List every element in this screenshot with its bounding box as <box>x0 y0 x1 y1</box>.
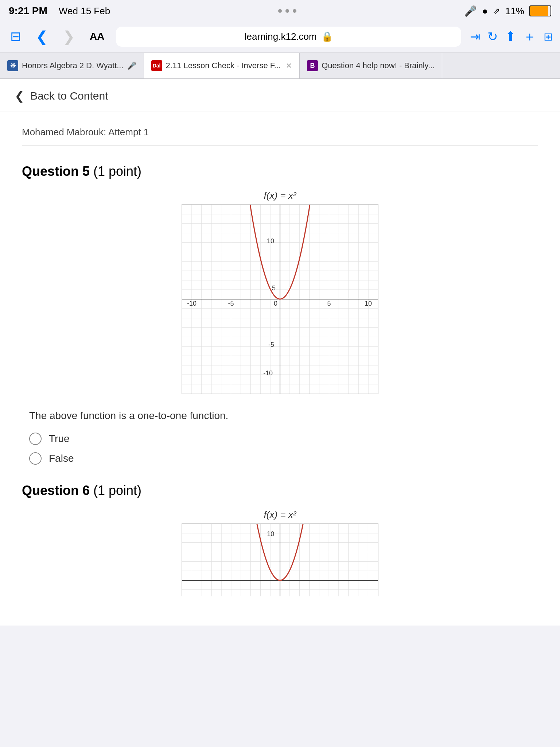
attempt-label: Mohamed Mabrouk: Attempt 1 <box>22 127 538 146</box>
mic-tab-icon: 🎤 <box>127 61 136 70</box>
nav-bar: ⊟ ❮ ❯ AA learning.k12.com 🔒 ⇥ ↻ ⬆ ＋ ⊞ <box>0 20 560 53</box>
tab-label-honors: Honors Algebra 2 D. Wyatt... <box>22 61 124 70</box>
svg-text:5: 5 <box>272 285 276 292</box>
battery-icon <box>529 5 551 16</box>
svg-text:-5: -5 <box>228 300 234 307</box>
graph-6-clip: 10 <box>182 523 378 596</box>
svg-text:0: 0 <box>274 300 277 307</box>
graph-6-svg: 10 <box>182 523 378 596</box>
reader-mode-button[interactable]: AA <box>87 31 107 42</box>
radio-false-circle[interactable] <box>29 452 42 465</box>
graph-5-title: f(x) = x² <box>182 190 378 201</box>
tab-label-brainly: Question 4 help now! - Brainly... <box>322 61 435 70</box>
question-6-graph-container: f(x) = x² <box>22 509 538 596</box>
question-5-graph-container: f(x) = x² <box>22 190 538 395</box>
tab-honors-algebra[interactable]: ❊ Honors Algebra 2 D. Wyatt... 🎤 <box>0 53 144 78</box>
question-5-header: Question 5 (1 point) <box>22 164 538 179</box>
svg-text:-10: -10 <box>263 369 273 377</box>
graph-5-svg: -10 -5 0 5 10 10 5 -5 -10 <box>182 204 378 394</box>
graph-5-wrapper: f(x) = x² <box>182 190 378 395</box>
battery-percent: 11% <box>505 5 524 17</box>
svg-text:10: 10 <box>267 237 274 245</box>
signal-arrow: ⇗ <box>493 6 500 16</box>
svg-text:-10: -10 <box>187 300 197 307</box>
tab-favicon-brainly: B <box>307 60 318 71</box>
handoff-button[interactable]: ⇥ <box>470 29 480 44</box>
page-content: ❮ Back to Content Mohamed Mabrouk: Attem… <box>0 79 560 626</box>
tab-close-lesson[interactable]: ✕ <box>286 61 292 70</box>
radio-true-circle[interactable] <box>29 433 42 445</box>
graph-6-title: f(x) = x² <box>182 509 378 520</box>
tab-lesson-check[interactable]: Dal 2.11 Lesson Check - Inverse F... ✕ <box>144 53 300 78</box>
url-text: learning.k12.com <box>245 31 317 42</box>
option-false-label: False <box>49 453 74 464</box>
status-bar: 9:21 PM Wed 15 Feb 🎤 ● ⇗ 11% <box>0 0 560 20</box>
option-false[interactable]: False <box>29 452 538 465</box>
tab-brainly[interactable]: B Question 4 help now! - Brainly... <box>300 53 442 78</box>
graph-6-wrapper: f(x) = x² <box>182 509 378 596</box>
svg-text:5: 5 <box>327 300 331 307</box>
svg-text:10: 10 <box>365 300 372 307</box>
mic-icon: 🎤 <box>464 5 477 17</box>
back-to-content-label: Back to Content <box>30 90 108 102</box>
wifi-icon: ● <box>482 5 488 17</box>
question-5-radio-group: True False <box>29 433 538 465</box>
question-6-section: Question 6 (1 point) f(x) = x² <box>22 483 538 596</box>
question-5-text: The above function is a one-to-one funct… <box>29 410 538 422</box>
status-indicators: 🎤 ● ⇗ 11% <box>464 5 551 17</box>
status-time-date: 9:21 PM Wed 15 Feb <box>9 5 110 17</box>
main-content: Mohamed Mabrouk: Attempt 1 Question 5 (1… <box>0 112 560 626</box>
tab-favicon-k12: ❊ <box>7 60 18 71</box>
tab-label-lesson: 2.11 Lesson Check - Inverse F... <box>166 61 281 70</box>
tab-favicon-dal: Dal <box>151 60 162 71</box>
question-6-header: Question 6 (1 point) <box>22 483 538 498</box>
option-true-label: True <box>49 433 70 445</box>
nav-actions: ⇥ ↻ ⬆ ＋ ⊞ <box>470 28 553 46</box>
new-tab-button[interactable]: ＋ <box>523 28 536 46</box>
svg-text:-5: -5 <box>268 341 274 348</box>
svg-text:10: 10 <box>267 530 274 538</box>
lock-icon: 🔒 <box>321 31 333 42</box>
question-5-section: Question 5 (1 point) f(x) = x² <box>22 164 538 465</box>
nav-forward-button[interactable]: ❯ <box>60 27 78 46</box>
nav-back-button[interactable]: ❮ <box>33 27 51 46</box>
back-chevron-icon: ❮ <box>15 89 24 103</box>
status-dots <box>278 9 296 13</box>
url-bar[interactable]: learning.k12.com 🔒 <box>116 27 461 47</box>
option-true[interactable]: True <box>29 433 538 445</box>
sidebar-toggle-button[interactable]: ⊟ <box>7 27 24 46</box>
refresh-button[interactable]: ↻ <box>487 29 498 44</box>
share-button[interactable]: ⬆ <box>505 29 516 44</box>
tab-bar: ❊ Honors Algebra 2 D. Wyatt... 🎤 Dal 2.1… <box>0 53 560 79</box>
tab-switcher-button[interactable]: ⊞ <box>544 30 553 43</box>
back-to-content-bar[interactable]: ❮ Back to Content <box>0 79 560 112</box>
